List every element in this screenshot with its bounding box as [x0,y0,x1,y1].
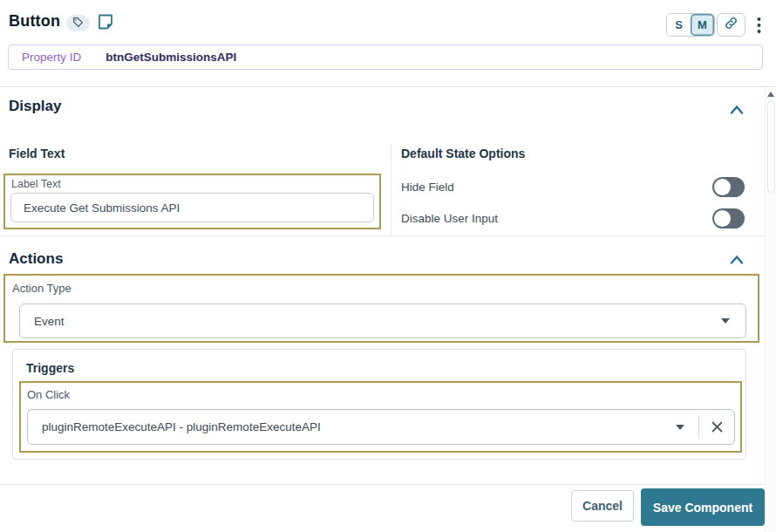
hide-field-toggle[interactable] [712,177,745,197]
label-text-label: Label Text [11,178,61,190]
on-click-select[interactable]: pluginRemoteExecuteAPI - pluginRemoteExe… [27,409,735,445]
clear-selection-button[interactable] [699,410,734,444]
action-type-select[interactable]: Event [19,304,746,338]
component-title: Button [9,12,60,31]
close-icon [711,421,723,433]
tag-icon [72,16,84,31]
column-divider [391,143,391,235]
action-type-value: Event [34,315,721,328]
size-toggle-group: S M [666,13,715,37]
chevron-down-icon [721,318,730,324]
disable-user-input-toggle[interactable] [712,208,745,228]
display-actions-divider [0,235,776,236]
on-click-label: On Click [27,388,70,401]
property-id-bar[interactable]: Property ID btnGetSubmissionsAPI [8,44,763,70]
actions-section-title: Actions [9,250,63,268]
link-button[interactable] [717,13,745,37]
tag-badge[interactable] [66,15,90,31]
save-component-button[interactable]: Save Component [641,488,765,526]
kebab-menu-icon[interactable] [752,15,766,36]
scroll-up-arrow-icon[interactable] [767,92,774,97]
toggle-knob [714,210,731,227]
field-text-heading: Field Text [9,147,65,160]
button-component-settings-panel: Button S M Property ID btnGetSubm [0,0,776,532]
hide-field-label: Hide Field [401,181,454,194]
default-state-options-heading: Default State Options [401,147,525,160]
property-id-label: Property ID [22,51,81,64]
size-small-button[interactable]: S [667,14,691,36]
scrollbar-thumb[interactable] [767,101,775,193]
footer-divider [0,484,776,485]
header-divider [0,86,776,87]
triggers-heading: Triggers [26,361,74,375]
display-collapse-chevron-icon[interactable] [729,104,745,118]
cancel-button[interactable]: Cancel [571,490,634,522]
disable-user-input-label: Disable User Input [401,212,498,225]
vertical-scrollbar[interactable] [765,87,776,532]
display-section-title: Display [9,98,61,115]
property-id-value: btnGetSubmissionsAPI [106,51,236,64]
chevron-down-icon [676,425,684,430]
label-text-input[interactable] [10,193,374,222]
toggle-knob [714,179,731,195]
on-click-value: pluginRemoteExecuteAPI - pluginRemoteExe… [42,420,676,433]
link-icon [724,16,739,34]
notes-icon[interactable] [97,13,114,31]
action-type-label: Action Type [12,282,71,295]
size-medium-button[interactable]: M [691,14,714,36]
actions-collapse-chevron-icon[interactable] [729,254,745,268]
